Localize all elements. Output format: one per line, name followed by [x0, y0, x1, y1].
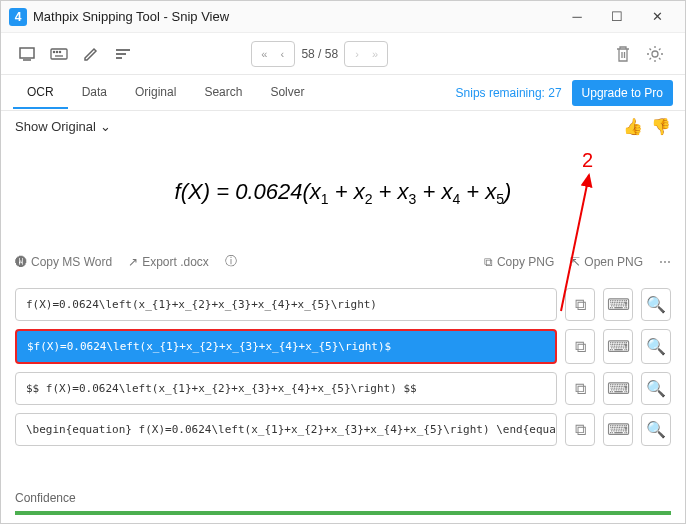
confidence-label: Confidence — [15, 491, 671, 505]
tab-original[interactable]: Original — [121, 77, 190, 109]
next-page-button[interactable]: › — [348, 44, 366, 64]
keyboard-button[interactable]: ⌨ — [603, 372, 633, 405]
svg-point-12 — [652, 51, 658, 57]
export-bar: 🅦Copy MS Word ↗Export .docx ⓘ ⧉Copy PNG … — [1, 246, 685, 278]
export-icon: ↗ — [128, 255, 138, 269]
chevron-down-icon: ⌄ — [100, 119, 111, 134]
code-list: f(X)=0.0624\left(x_{1}+x_{2}+x_{3}+x_{4}… — [1, 278, 685, 456]
copy-ms-word-button[interactable]: 🅦Copy MS Word — [15, 255, 112, 269]
code-row: $f(X)=0.0624\left(x_{1}+x_{2}+x_{3}+x_{4… — [15, 329, 671, 364]
code-display[interactable]: $$ f(X)=0.0624\left(x_{1}+x_{2}+x_{3}+x_… — [15, 372, 557, 405]
keyboard-button[interactable]: ⌨ — [603, 288, 633, 321]
code-row: \begin{equation} f(X)=0.0624\left(x_{1}+… — [15, 413, 671, 446]
keyboard-icon[interactable] — [45, 40, 73, 68]
tabs: OCR Data Original Search Solver Snips re… — [1, 75, 685, 111]
settings-icon[interactable] — [641, 40, 669, 68]
copy-icon: ⧉ — [484, 255, 493, 269]
window-title: Mathpix Snipping Tool - Snip View — [33, 9, 557, 24]
annotation-number: 2 — [582, 149, 593, 172]
code-row: $$ f(X)=0.0624\left(x_{1}+x_{2}+x_{3}+x_… — [15, 372, 671, 405]
svg-rect-2 — [51, 49, 67, 59]
open-icon: ⇱ — [570, 255, 580, 269]
tab-ocr[interactable]: OCR — [13, 77, 68, 109]
export-docx-button[interactable]: ↗Export .docx — [128, 255, 209, 269]
snips-remaining: Snips remaining: 27 — [456, 86, 562, 100]
svg-point-5 — [59, 51, 60, 52]
snip-screen-icon[interactable] — [13, 40, 41, 68]
app-logo: 4 — [9, 8, 27, 26]
code-equation[interactable]: \begin{equation} f(X)=0.0624\left(x_{1}+… — [15, 413, 557, 446]
page-number: 58 / 58 — [301, 47, 338, 61]
action-bar: «‹ 58 / 58 ›» — [1, 33, 685, 75]
copy-button[interactable]: ⧉ — [565, 288, 595, 321]
thumbs-down-icon[interactable]: 👎 — [651, 117, 671, 136]
search-button[interactable]: 🔍 — [641, 413, 671, 446]
equation-preview: f(X) = 0.0624(x1 + x2 + x3 + x4 + x5) 2 — [1, 141, 685, 246]
upgrade-button[interactable]: Upgrade to Pro — [572, 80, 673, 106]
open-png-label: Open PNG — [584, 255, 643, 269]
keyboard-button[interactable]: ⌨ — [603, 413, 633, 446]
prev-page-button[interactable]: ‹ — [273, 44, 291, 64]
code-plain[interactable]: f(X)=0.0624\left(x_{1}+x_{2}+x_{3}+x_{4}… — [15, 288, 557, 321]
show-original-toggle[interactable]: Show Original⌄ — [15, 119, 111, 134]
tab-data[interactable]: Data — [68, 77, 121, 109]
maximize-button[interactable]: ☐ — [597, 3, 637, 31]
edit-icon[interactable] — [77, 40, 105, 68]
open-png-button[interactable]: ⇱Open PNG — [570, 255, 643, 269]
minimize-button[interactable]: ─ — [557, 3, 597, 31]
confidence-section: Confidence — [1, 481, 685, 523]
svg-point-3 — [53, 51, 54, 52]
original-row: Show Original⌄ 👍 👎 — [1, 111, 685, 141]
keyboard-button[interactable]: ⌨ — [603, 329, 633, 364]
search-button[interactable]: 🔍 — [641, 372, 671, 405]
search-button[interactable]: 🔍 — [641, 288, 671, 321]
svg-point-4 — [56, 51, 57, 52]
list-icon[interactable] — [109, 40, 137, 68]
copy-button[interactable]: ⧉ — [565, 372, 595, 405]
copy-png-button[interactable]: ⧉Copy PNG — [484, 255, 554, 269]
close-button[interactable]: ✕ — [637, 3, 677, 31]
titlebar: 4 Mathpix Snipping Tool - Snip View ─ ☐ … — [1, 1, 685, 33]
copy-png-label: Copy PNG — [497, 255, 554, 269]
svg-rect-0 — [20, 48, 34, 58]
copy-button[interactable]: ⧉ — [565, 413, 595, 446]
tab-search[interactable]: Search — [190, 77, 256, 109]
last-page-button[interactable]: » — [366, 44, 384, 64]
confidence-bar — [15, 511, 671, 515]
export-docx-label: Export .docx — [142, 255, 209, 269]
first-page-button[interactable]: « — [255, 44, 273, 64]
more-icon[interactable]: ⋯ — [659, 255, 671, 269]
code-inline[interactable]: $f(X)=0.0624\left(x_{1}+x_{2}+x_{3}+x_{4… — [15, 329, 557, 364]
info-icon[interactable]: ⓘ — [225, 253, 237, 270]
code-row: f(X)=0.0624\left(x_{1}+x_{2}+x_{3}+x_{4}… — [15, 288, 671, 321]
search-button[interactable]: 🔍 — [641, 329, 671, 364]
copy-ms-word-label: Copy MS Word — [31, 255, 112, 269]
tab-solver[interactable]: Solver — [256, 77, 318, 109]
trash-icon[interactable] — [609, 40, 637, 68]
copy-button[interactable]: ⧉ — [565, 329, 595, 364]
word-icon: 🅦 — [15, 255, 27, 269]
show-original-label: Show Original — [15, 119, 96, 134]
pager: «‹ 58 / 58 ›» — [251, 41, 388, 67]
thumbs-up-icon[interactable]: 👍 — [623, 117, 643, 136]
